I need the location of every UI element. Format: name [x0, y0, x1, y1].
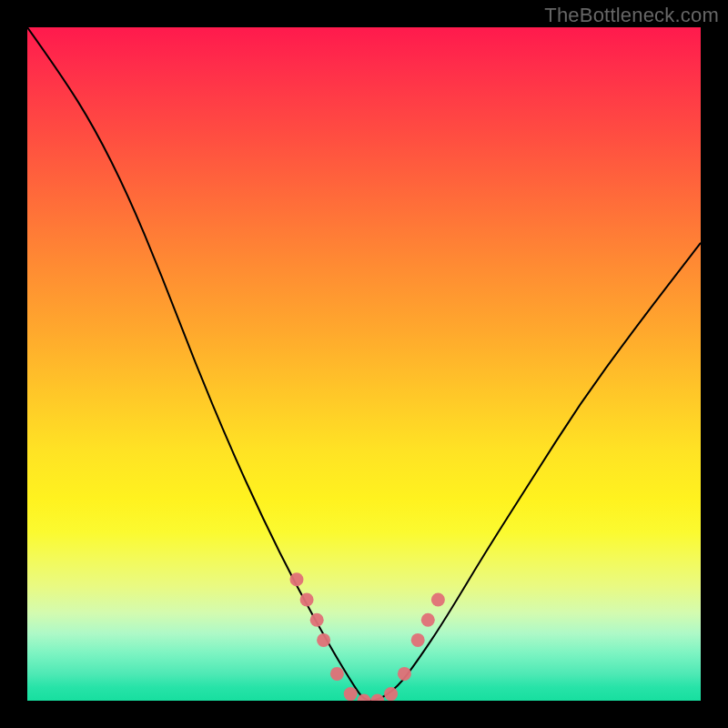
curve-marker: [290, 572, 304, 586]
curve-marker: [310, 613, 324, 627]
curve-marker: [398, 667, 411, 681]
marker-group: [290, 572, 445, 701]
curve-marker: [384, 687, 398, 701]
curve-marker: [317, 633, 330, 647]
curve-marker: [411, 633, 425, 647]
curve-marker: [358, 694, 371, 702]
bottleneck-curve: [27, 27, 701, 701]
curve-marker: [330, 667, 344, 681]
curve-marker: [421, 613, 435, 627]
curve-marker: [344, 687, 358, 701]
chart-frame: TheBottleneck.com: [0, 0, 728, 728]
curve-marker: [370, 694, 384, 702]
curve-marker: [300, 593, 314, 607]
plot-area: [27, 27, 701, 701]
watermark-text: TheBottleneck.com: [544, 4, 719, 27]
plot-overlay: [27, 27, 701, 701]
curve-marker: [431, 593, 445, 607]
